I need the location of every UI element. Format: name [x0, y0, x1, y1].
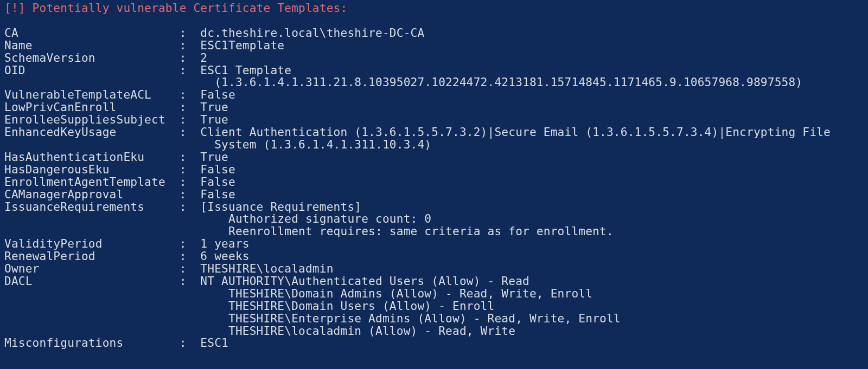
terminal-output: [!] Potentially vulnerable Certificate T… [0, 0, 868, 354]
vuln-header: [!] Potentially vulnerable Certificate T… [4, 1, 347, 15]
